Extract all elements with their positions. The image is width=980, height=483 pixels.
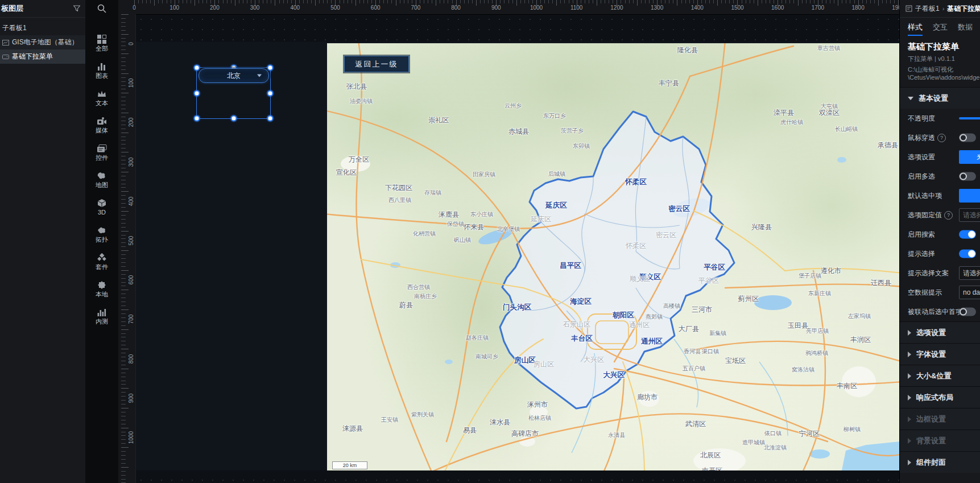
selection-handle[interactable]	[267, 90, 274, 96]
toggle-switch[interactable]	[959, 134, 976, 142]
option-source-button[interactable]: 来自数据	[959, 150, 980, 164]
dashboard-editor: { "app": {"accent": "#1677ff", "boundary…	[0, 0, 980, 483]
design-canvas[interactable]: 延庆区怀柔区密云区昌平区顺义区平谷区海淀区朝阳区门头沟区丰台区通州区房山区大兴区…	[135, 14, 900, 483]
toolbar-item-grid[interactable]: 全部	[85, 30, 118, 57]
map-label: 蓟州区	[738, 294, 759, 304]
section-label: 字体设置	[916, 349, 946, 360]
map-label: 西合营镇	[407, 283, 430, 291]
map-label: 丰宁县	[659, 79, 679, 88]
map-label: 房山区	[514, 356, 536, 365]
map-label: 高碑店市	[511, 429, 539, 439]
setting-label: 默认选中项	[908, 191, 942, 201]
chevron-right-icon	[908, 395, 911, 401]
map-label: 崇礼区	[428, 115, 449, 125]
toolbar-item-local[interactable]: 本地	[85, 275, 118, 303]
section-大小&位置[interactable]: 大小&位置	[900, 365, 980, 386]
selection-handle[interactable]	[194, 65, 200, 71]
board-icon	[905, 5, 912, 12]
gis-map-widget[interactable]: 延庆区怀柔区密云区昌平区顺义区平谷区海淀区朝阳区门头沟区丰台区通州区房山区大兴区…	[327, 43, 900, 470]
layer-item[interactable]: 基础下拉菜单	[0, 49, 85, 64]
section-label: 响应式布局	[916, 393, 953, 403]
chevron-right-icon	[908, 352, 911, 357]
setting-input[interactable]	[959, 208, 980, 222]
map-label: 五百户镇	[683, 365, 705, 373]
map-label: 渠口镇	[702, 348, 719, 356]
selection-handle[interactable]	[230, 115, 237, 122]
section-label: 背景设置	[916, 436, 946, 446]
toolbar-item-label: 3D	[98, 209, 106, 216]
toolbar-item-topology[interactable]: 拓扑	[85, 221, 118, 248]
option-source-button[interactable]: 固定值	[959, 189, 980, 203]
setting-input[interactable]	[959, 266, 980, 280]
toggle-switch[interactable]	[959, 250, 976, 258]
setting-row: 被联动后选中首项	[900, 302, 980, 321]
toolbar-item-media[interactable]: 媒体	[85, 112, 118, 139]
section-响应式布局[interactable]: 响应式布局	[900, 386, 980, 408]
ruler-label: 600	[128, 275, 134, 285]
setting-input[interactable]	[959, 286, 980, 299]
search-icon[interactable]	[97, 3, 107, 14]
map-label: 玉田县	[788, 321, 808, 331]
widget-path: C:\山海鲸可视化 \CetusView\addons\widge	[908, 65, 980, 81]
section-basic-settings[interactable]: 基本设置	[900, 88, 980, 109]
map-label: 南杨庄乡	[414, 292, 437, 300]
toolbar-item-cube[interactable]: 3D	[85, 193, 118, 221]
help-icon[interactable]: ?	[944, 211, 953, 220]
map-label: 松林店镇	[528, 414, 551, 422]
tab-样式[interactable]: 样式	[908, 18, 923, 36]
dropdown-value: 北京	[227, 71, 241, 81]
selection-handle[interactable]	[267, 65, 274, 71]
toolbar-item-map[interactable]: 地图	[85, 166, 118, 193]
map-label: 大兴区	[603, 370, 625, 380]
toolbar-item-widget[interactable]: 控件	[85, 139, 118, 166]
toolbar-item-beta[interactable]: 内测	[85, 303, 118, 330]
ruler-label: 100	[169, 5, 179, 11]
beta-icon	[97, 308, 107, 317]
setting-row: 启用多选	[900, 167, 980, 186]
layer-item[interactable]: 子看板1	[0, 21, 85, 35]
map-label: 承德县	[878, 141, 898, 150]
toggle-switch[interactable]	[959, 308, 976, 316]
tab-数据[interactable]: 数据	[958, 18, 973, 36]
opacity-slider[interactable]	[959, 117, 980, 119]
selection-handle[interactable]	[267, 115, 274, 122]
toolbar-item-text[interactable]: 文本	[85, 84, 118, 112]
section-字体设置[interactable]: 字体设置	[900, 343, 980, 365]
ruler-label: 100	[128, 79, 134, 88]
map-label: 通州区	[629, 320, 650, 330]
tab-交互[interactable]: 交互	[933, 18, 948, 36]
map-label: 张北县	[346, 82, 367, 92]
selection-handle[interactable]	[194, 115, 200, 122]
toolbar-item-label: 控件	[96, 155, 108, 161]
map-label: 蔚县	[399, 300, 413, 310]
toggle-switch[interactable]	[959, 230, 976, 239]
help-icon[interactable]: ?	[937, 134, 946, 142]
section-组件封面[interactable]: 组件封面	[900, 451, 980, 473]
map-label: 怀柔区	[625, 177, 647, 187]
map-label: 左家坞镇	[848, 312, 871, 320]
breadcrumb-item[interactable]: 子看板1	[915, 4, 940, 14]
map-label: 涞水县	[490, 418, 510, 427]
map-back-button[interactable]: 返回上一级	[344, 56, 409, 72]
breadcrumb: 子看板1›基础下拉菜单	[900, 0, 980, 18]
toggle-switch[interactable]	[959, 172, 976, 181]
section-label: 组件封面	[916, 457, 946, 468]
dropdown-widget[interactable]: 北京	[199, 68, 269, 83]
map-label: 顺义区	[630, 274, 650, 284]
selection-handle[interactable]	[194, 90, 200, 96]
ruler-label: 800	[128, 354, 134, 364]
filter-icon[interactable]	[73, 5, 81, 13]
layer-item[interactable]: GIS电子地图（基础）	[0, 35, 85, 49]
breadcrumb-item[interactable]: 基础下拉菜单	[947, 4, 980, 14]
map-label: 北淮淀镇	[764, 444, 787, 452]
section-选项设置[interactable]: 选项设置	[900, 321, 980, 343]
map-label: 田家房镇	[473, 171, 495, 179]
toolbar-item-chart[interactable]: 图表	[85, 57, 118, 84]
toolbar-item-suite[interactable]: 套件	[85, 248, 118, 275]
toolbar-item-label: 文本	[96, 100, 108, 106]
map-icon	[97, 171, 107, 180]
dropdown-widget-icon	[2, 53, 9, 60]
map-label: 大厂县	[679, 324, 699, 334]
ruler-label: 1700	[812, 5, 824, 11]
inspector-panel: 子看板1›基础下拉菜单 样式交互数据代 基础下拉菜单 下拉菜单 | v0.1.1…	[899, 0, 980, 483]
